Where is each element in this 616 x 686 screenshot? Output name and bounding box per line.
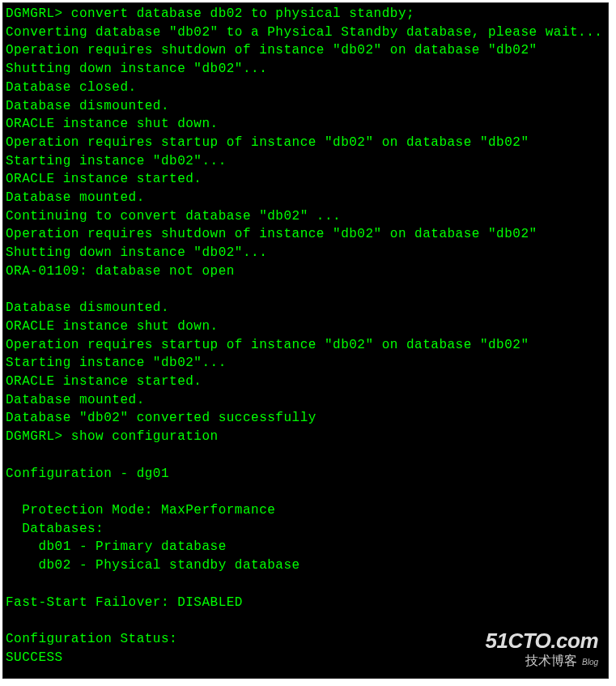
terminal-line: Configuration Status: <box>6 630 605 649</box>
terminal-line: ORACLE instance started. <box>6 170 605 189</box>
terminal-line: DGMGRL> show configuration <box>6 428 605 446</box>
terminal-line: Shutting down instance "db02"... <box>6 60 605 79</box>
terminal-line: db02 - Physical standby database <box>6 556 605 575</box>
terminal-line: Database mounted. <box>6 391 605 410</box>
blank-line <box>6 667 605 679</box>
terminal-line <box>6 446 605 465</box>
terminal-line: Fast-Start Failover: DISABLED <box>6 594 605 612</box>
terminal-line <box>6 483 605 501</box>
terminal-line: ORACLE instance started. <box>6 373 605 391</box>
terminal-line: Operation requires shutdown of instance … <box>6 225 605 244</box>
terminal-line: Protection Mode: MaxPerformance <box>6 501 605 520</box>
terminal-line: ORACLE instance shut down. <box>6 317 605 336</box>
terminal-line <box>6 281 605 300</box>
terminal-window[interactable]: DGMGRL> convert database db02 to physica… <box>2 2 609 679</box>
terminal-line: Database mounted. <box>6 189 605 207</box>
terminal-line: SUCCESS <box>6 649 605 667</box>
terminal-line: Operation requires startup of instance "… <box>6 336 605 355</box>
terminal-line: Database "db02" converted successfully <box>6 409 605 428</box>
terminal-line: Operation requires shutdown of instance … <box>6 41 605 60</box>
terminal-line: Converting database "db02" to a Physical… <box>6 23 605 42</box>
terminal-line <box>6 575 605 594</box>
terminal-line: DGMGRL> convert database db02 to physica… <box>6 5 605 23</box>
terminal-line: ORA-01109: database not open <box>6 262 605 281</box>
terminal-line: Database closed. <box>6 79 605 97</box>
terminal-line: Database dismounted. <box>6 299 605 317</box>
terminal-line: Database dismounted. <box>6 97 605 116</box>
terminal-line: Operation requires startup of instance "… <box>6 134 605 152</box>
terminal-line: db01 - Primary database <box>6 538 605 556</box>
terminal-line: Continuing to convert database "db02" ..… <box>6 207 605 226</box>
terminal-line: Configuration - dg01 <box>6 465 605 484</box>
terminal-line: Shutting down instance "db02"... <box>6 244 605 262</box>
terminal-output: DGMGRL> convert database db02 to physica… <box>6 5 605 667</box>
terminal-line <box>6 611 605 630</box>
terminal-line: ORACLE instance shut down. <box>6 115 605 134</box>
terminal-line: Starting instance "db02"... <box>6 152 605 171</box>
terminal-line: Starting instance "db02"... <box>6 354 605 373</box>
terminal-line: Databases: <box>6 520 605 539</box>
